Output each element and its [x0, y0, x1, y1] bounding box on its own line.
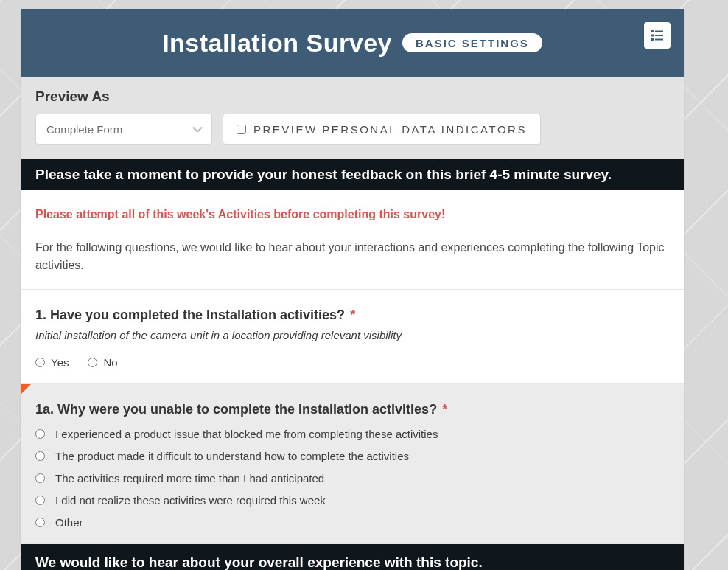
q1a-option-1[interactable]: The product made it difficult to underst…	[35, 450, 669, 462]
preview-as-panel: Preview As Complete Form PREVIEW PERSONA…	[21, 77, 684, 159]
red-notice: Please attempt all of this week's Activi…	[35, 208, 669, 221]
survey-title-group: Installation Survey BASIC SETTINGS	[162, 29, 542, 58]
list-view-button[interactable]	[644, 22, 671, 49]
svg-rect-1	[655, 31, 663, 32]
q1-radio-yes[interactable]	[35, 358, 45, 367]
required-marker: *	[438, 402, 447, 417]
conditional-flag-icon	[21, 384, 31, 395]
intro-section: Please attempt all of this week's Activi…	[21, 190, 684, 290]
q1a-option-0-label: I experienced a product issue that block…	[55, 428, 438, 440]
required-marker: *	[346, 307, 355, 322]
q1a-radio-4[interactable]	[35, 518, 45, 527]
q1-title: 1. Have you completed the Installation a…	[35, 307, 669, 323]
svg-rect-0	[651, 30, 654, 32]
intro-paragraph: For the following questions, we would li…	[35, 239, 669, 274]
preview-personal-data-checkbox[interactable]	[237, 125, 246, 134]
svg-rect-4	[651, 38, 654, 41]
q1a-option-1-label: The product made it difficult to underst…	[55, 450, 409, 462]
q1a-radio-2[interactable]	[35, 473, 45, 483]
q1a-option-3[interactable]: I did not realize these activities were …	[35, 494, 669, 507]
q1a-options: I experienced a product issue that block…	[35, 428, 669, 529]
intro-banner: Please take a moment to provide your hon…	[21, 159, 684, 190]
q1a-option-2[interactable]: The activities required more time than I…	[35, 472, 669, 484]
q1-option-yes-label: Yes	[51, 356, 69, 369]
q1a-option-4[interactable]: Other	[35, 516, 669, 529]
q1-options: Yes No	[35, 356, 669, 369]
svg-rect-2	[651, 35, 654, 37]
question-1: 1. Have you completed the Installation a…	[21, 290, 684, 384]
survey-header: Installation Survey BASIC SETTINGS	[21, 9, 684, 77]
intro-banner-text: Please take a moment to provide your hon…	[35, 167, 612, 182]
closing-banner: We would like to hear about your overall…	[21, 544, 684, 570]
preview-as-select-value: Complete Form	[46, 123, 122, 136]
q1a-radio-1[interactable]	[35, 451, 45, 461]
preview-controls-row: Complete Form PREVIEW PERSONAL DATA INDI…	[35, 114, 669, 145]
question-1a: 1a. Why were you unable to complete the …	[21, 384, 684, 544]
q1a-option-3-label: I did not realize these activities were …	[55, 494, 326, 507]
preview-personal-data-label: PREVIEW PERSONAL DATA INDICATORS	[253, 123, 527, 136]
preview-as-label: Preview As	[35, 88, 669, 105]
q1a-option-4-label: Other	[55, 516, 83, 529]
q1a-radio-0[interactable]	[35, 429, 45, 439]
q1a-title-text: 1a. Why were you unable to complete the …	[35, 402, 437, 417]
q1-option-no[interactable]: No	[88, 356, 117, 369]
q1-radio-no[interactable]	[88, 358, 97, 367]
preview-as-select[interactable]: Complete Form	[35, 114, 212, 145]
q1-option-no-label: No	[103, 356, 117, 369]
basic-settings-badge[interactable]: BASIC SETTINGS	[402, 33, 542, 52]
q1a-title: 1a. Why were you unable to complete the …	[35, 402, 669, 417]
q1-title-text: 1. Have you completed the Installation a…	[35, 307, 345, 322]
q1a-radio-3[interactable]	[35, 496, 45, 505]
svg-rect-3	[655, 35, 663, 36]
list-icon	[651, 30, 663, 41]
chevron-down-icon	[192, 123, 203, 136]
q1a-option-2-label: The activities required more time than I…	[55, 472, 324, 484]
survey-frame: Installation Survey BASIC SETTINGS Previ…	[21, 9, 684, 570]
q1-option-yes[interactable]: Yes	[35, 356, 69, 369]
svg-rect-5	[655, 39, 663, 41]
closing-banner-text: We would like to hear about your overall…	[35, 555, 483, 570]
q1a-option-0[interactable]: I experienced a product issue that block…	[35, 428, 669, 440]
q1-description: Initial installation of the camera unit …	[35, 329, 669, 341]
survey-title: Installation Survey	[162, 29, 392, 58]
preview-personal-data-button[interactable]: PREVIEW PERSONAL DATA INDICATORS	[223, 114, 541, 145]
